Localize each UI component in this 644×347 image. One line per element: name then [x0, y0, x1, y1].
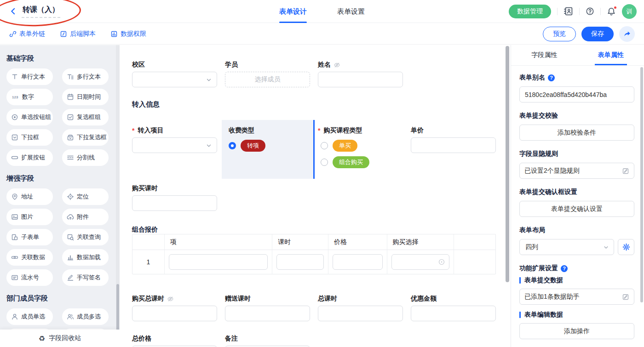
form-alias-input[interactable] [519, 86, 634, 102]
field-item-image[interactable]: 图片 [6, 209, 53, 225]
submit-data-box[interactable]: 已添加1条数据助手 [519, 289, 634, 305]
layout-gear-button[interactable] [618, 239, 634, 255]
unit-price-input[interactable] [411, 137, 496, 153]
edit-icon[interactable] [622, 167, 629, 175]
preview-button[interactable]: 预览 [543, 27, 576, 41]
course-type-option-tag[interactable]: 单买 [333, 140, 357, 152]
tab-field-properties[interactable]: 字段属性 [511, 45, 578, 65]
table-header-price: 价格 [328, 234, 387, 250]
field-buy-hours[interactable]: 购买课时 [132, 184, 217, 211]
field-remark[interactable]: 备注 [225, 334, 310, 347]
field-label: 购买课程类型 [323, 126, 362, 135]
section-title-member-fields: 部门成员字段 [6, 294, 113, 303]
tab-form-properties[interactable]: 表单属性 [578, 45, 644, 65]
save-button[interactable]: 保存 [581, 27, 614, 41]
help-circle-icon[interactable]: ? [561, 265, 568, 272]
field-item-subform[interactable]: 子表单 [6, 229, 53, 245]
panel-scrollbar-thumb[interactable] [640, 67, 643, 302]
field-item-number[interactable]: 数字 [6, 89, 53, 105]
required-asterisk: * [318, 127, 320, 134]
field-transfer-project[interactable]: *转入项目 [132, 126, 217, 153]
field-unit-price[interactable]: 单价 [411, 126, 496, 153]
field-item-relation-query[interactable]: 关联查询 [62, 229, 109, 245]
add-operation-button[interactable]: 添加操作 [519, 323, 634, 339]
field-recycle-bin[interactable]: ♻字段回收站 [0, 330, 120, 347]
link-chain-icon [11, 254, 18, 261]
combo-item-input[interactable] [169, 254, 268, 270]
avatar[interactable]: 训 [622, 4, 637, 19]
crosshair-icon [67, 193, 74, 200]
back-button[interactable] [9, 7, 17, 15]
combo-hours-input[interactable] [276, 254, 324, 270]
campus-select[interactable] [132, 72, 217, 87]
total-buy-hours-input[interactable] [132, 306, 217, 321]
field-course-type[interactable]: *购买课程类型 单买 组合购买 [321, 126, 403, 168]
field-total-price[interactable]: 总价格 [132, 334, 217, 347]
radio-unselected[interactable] [321, 159, 328, 166]
table-header-row: 项 课时 价格 购买选择 [132, 234, 495, 250]
submit-confirm-label: 表单提交确认框设置 [519, 188, 577, 196]
field-gift-hours[interactable]: 赠送课时 [225, 294, 310, 321]
field-item-member-single[interactable]: 成员单选 [6, 308, 53, 325]
field-fee-type[interactable]: 收费类型 转项 [229, 126, 307, 152]
field-item-address[interactable]: 地址 [6, 188, 53, 205]
add-check-condition-button[interactable]: 添加校验条件 [519, 125, 634, 141]
select-member-button[interactable]: 选择成员 [225, 72, 310, 87]
field-discount-amount[interactable]: 优惠金额 [411, 294, 496, 321]
field-item-divider[interactable]: 分割线 [62, 149, 109, 166]
field-total-hours[interactable]: 总课时 [318, 294, 403, 321]
data-manage-button[interactable]: 数据管理 [509, 5, 551, 18]
radio-unselected[interactable] [321, 142, 328, 149]
field-item-signature[interactable]: 手写签名 [62, 269, 109, 286]
field-item-checkbox-group[interactable]: 复选框组 [62, 109, 109, 125]
gift-hours-input[interactable] [225, 306, 310, 321]
contacts-icon[interactable] [564, 6, 573, 16]
select-icon [11, 134, 18, 141]
data-permission-button[interactable]: 数据权限 [110, 30, 146, 38]
backend-script-button[interactable]: 后端脚本 [60, 30, 96, 38]
field-item-single-text[interactable]: 单行文本 [6, 68, 53, 85]
edit-icon[interactable] [622, 293, 629, 301]
layout-select[interactable]: 四列 [519, 239, 614, 255]
field-item-attachment[interactable]: 附件 [62, 209, 109, 225]
field-item-extend-button[interactable]: 扩展按钮 [6, 149, 53, 166]
field-item-locate[interactable]: 定位 [62, 188, 109, 205]
tab-form-design[interactable]: 表单设计 [279, 0, 307, 23]
transfer-project-select[interactable] [132, 137, 217, 153]
field-item-radio-group[interactable]: 单选按钮组 [6, 109, 53, 125]
buy-hours-input[interactable] [132, 195, 217, 211]
field-item-multi-dropdown[interactable]: 下拉复选框 [62, 129, 109, 146]
field-item-serial-number[interactable]: 流水号 [6, 269, 53, 286]
field-campus[interactable]: 校区 [132, 60, 217, 87]
field-student[interactable]: 学员 选择成员 [225, 60, 310, 87]
total-hours-input[interactable] [318, 306, 403, 321]
table-header-index [132, 234, 165, 250]
visibility-rules-box[interactable]: 已设置2个显隐规则 [519, 163, 634, 179]
field-name[interactable]: 姓名 [318, 60, 403, 87]
field-item-dropdown[interactable]: 下拉框 [6, 129, 53, 146]
field-item-data-load[interactable]: 数据加载 [62, 249, 109, 266]
canvas-scrollbar-thumb[interactable] [506, 46, 509, 282]
form-canvas[interactable]: 校区 学员 选择成员 姓名 转入信息 *转入项目 收费类型 转项 *购买课程类型… [120, 45, 511, 347]
combo-price-input[interactable] [333, 254, 383, 270]
radio-selected[interactable] [229, 142, 236, 149]
table-header-actions [454, 234, 495, 250]
share-button[interactable] [619, 26, 635, 42]
notification-bell-icon[interactable] [607, 7, 616, 16]
discount-amount-input[interactable] [411, 306, 496, 321]
fee-type-option-tag[interactable]: 转项 [241, 140, 265, 152]
field-total-buy-hours[interactable]: 购买总课时 [132, 294, 217, 321]
field-item-multi-text[interactable]: 多行文本 [62, 68, 109, 85]
name-input[interactable] [318, 72, 403, 87]
submit-confirm-settings-button[interactable]: 表单提交确认设置 [519, 201, 634, 217]
external-link-button[interactable]: 表单外链 [9, 30, 45, 38]
help-icon[interactable] [586, 7, 594, 16]
field-item-member-multi[interactable]: 成员多选 [62, 308, 109, 325]
field-item-relation-data[interactable]: 关联数据 [6, 249, 53, 266]
section-title-enhanced-fields: 增强字段 [6, 174, 113, 183]
sidebar-scrollbar-track[interactable] [116, 45, 120, 347]
field-item-datetime[interactable]: 日期时间 [62, 89, 109, 105]
course-type-option-tag[interactable]: 组合购买 [333, 156, 369, 168]
tab-form-settings[interactable]: 表单设置 [337, 0, 365, 23]
help-circle-icon[interactable]: ? [548, 74, 555, 81]
